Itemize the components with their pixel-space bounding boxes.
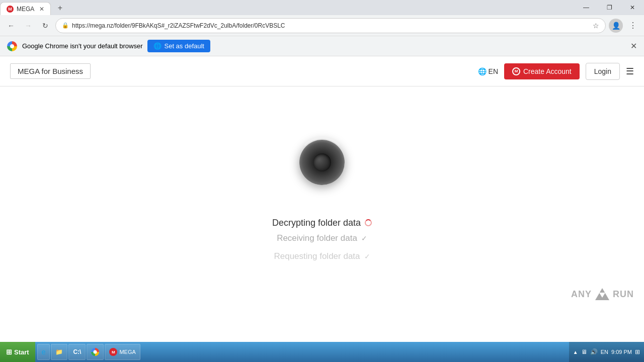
mega-logo-text: MEGA for Business [18,67,83,75]
decrypting-text: Decrypting folder data [272,218,361,228]
mega-icon: M [512,67,520,75]
status-decrypting: Decrypting folder data [272,218,372,228]
header-right: 🌐 EN M Create Account Login ☰ [478,63,634,80]
cmd-icon: C:\ [73,348,81,355]
ie-icon: e [42,348,46,356]
anyrun-text-run: RUN [613,289,634,300]
profile-button[interactable]: 👤 [609,19,623,33]
back-button[interactable]: ← [4,19,18,33]
active-tab[interactable]: M MEGA ✕ [0,2,51,15]
notification-area-icon[interactable]: ⊞ [635,348,640,355]
refresh-button[interactable]: ↻ [38,19,52,33]
lang-label: EN [489,67,498,75]
receiving-check-icon: ✓ [361,234,367,242]
address-bar: ← → ↻ 🔒 https://mega.nz/folder/9FBkAKqS#… [0,15,644,36]
anyrun-text-any: ANY [571,289,592,300]
minimize-button[interactable]: — [575,0,598,15]
network-icon: 🖥 [581,348,587,355]
status-receiving: Receiving folder data ✓ [277,233,367,243]
taskbar-item-cmd[interactable]: C:\ [68,344,86,360]
clock-time: 9:09 PM [611,349,632,355]
tab-bar: M MEGA ✕ + [0,0,67,15]
start-button[interactable]: ⊞ Start [0,342,35,362]
main-content: Decrypting folder data Receiving folder … [0,86,644,342]
chrome-logo-icon [7,41,17,51]
globe-icon: 🌐 [478,67,487,75]
notification-bar: Google Chrome isn't your default browser… [0,36,644,56]
login-button[interactable]: Login [586,63,620,80]
mega-taskbar-label: MEGA [119,349,135,355]
mega-taskbar-icon: M [109,348,117,356]
system-clock[interactable]: 9:09 PM [611,349,632,355]
notification-message: Google Chrome isn't your default browser [22,42,142,50]
spinner-ring [297,137,347,188]
globe-icon: 🌐 [153,42,162,50]
status-requesting-wrapper: Requesting folder data ✓ [274,251,370,261]
requesting-check-icon: ✓ [364,252,370,260]
maximize-button[interactable]: ❐ [598,0,621,15]
taskbar-item-chrome[interactable] [87,344,104,360]
browser-menu-button[interactable]: ⋮ [626,19,640,33]
taskbar: ⊞ Start e 📁 C:\ M MEGA ▲ 🖥 🔊 EN 9:0 [0,342,644,362]
anyrun-watermark: ANY RUN [571,287,634,302]
taskbar-item-folder[interactable]: 📁 [51,344,67,360]
address-box[interactable]: 🔒 https://mega.nz/folder/9FBkAKqS#_r2iZA… [55,18,606,33]
volume-icon: 🔊 [590,348,598,355]
status-messages: Decrypting folder data Receiving folder … [272,218,372,261]
requesting-text: Requesting folder data [274,251,360,261]
anyrun-logo-icon [595,287,610,302]
taskbar-item-mega[interactable]: M MEGA [105,344,140,360]
chrome-taskbar-icon [91,348,99,356]
url-display: https://mega.nz/folder/9FBkAKqS#_r2iZAZS… [72,22,590,29]
hamburger-menu-button[interactable]: ☰ [626,66,634,77]
bookmark-icon[interactable]: ☆ [593,22,599,30]
tab-favicon: M [7,6,14,13]
window-controls: — ❐ ✕ [575,0,644,15]
windows-flag-icon: ⊞ [6,348,12,356]
notification-close-button[interactable]: ✕ [630,41,637,51]
login-label: Login [594,67,611,75]
close-button[interactable]: ✕ [621,0,644,15]
tray-arrow-icon[interactable]: ▲ [573,349,578,355]
spinner-outer [299,140,345,185]
language-selector[interactable]: 🌐 EN [478,67,498,75]
taskbar-item-ie[interactable]: e [37,344,50,360]
tab-title: MEGA [17,6,34,13]
forward-button[interactable]: → [21,19,35,33]
set-default-button[interactable]: 🌐 Set as default [147,40,210,52]
start-label: Start [14,348,29,356]
taskbar-items: e 📁 C:\ M MEGA [35,342,569,362]
mega-logo[interactable]: MEGA for Business [10,63,91,79]
language-tray-icon: EN [601,349,608,355]
create-account-button[interactable]: M Create Account [504,63,580,79]
folder-icon: 📁 [55,348,63,355]
create-account-label: Create Account [523,67,572,75]
status-requesting: Requesting folder data ✓ [274,251,370,261]
loading-spinner [297,137,347,188]
receiving-text: Receiving folder data [277,233,357,243]
titlebar: M MEGA ✕ + — ❐ ✕ [0,0,644,15]
system-tray: ▲ 🖥 🔊 EN 9:09 PM ⊞ [569,342,644,362]
mega-header: MEGA for Business 🌐 EN M Create Account … [0,56,644,86]
security-lock-icon: 🔒 [62,22,69,29]
new-tab-button[interactable]: + [53,1,67,15]
tab-close-icon[interactable]: ✕ [39,6,44,13]
decrypting-spinner [365,219,372,226]
